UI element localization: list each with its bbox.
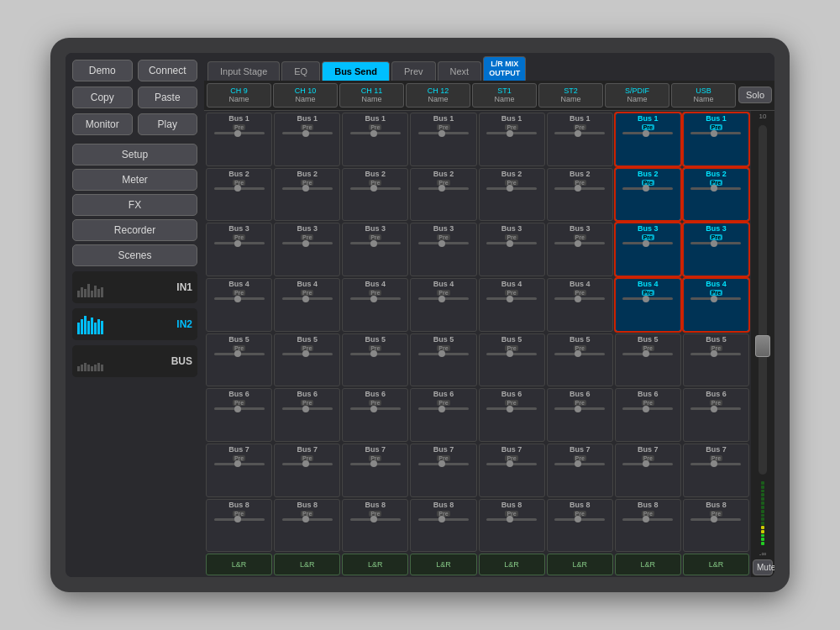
slider-thumb-2-5[interactable] — [507, 185, 513, 192]
pre-badge-3-3[interactable]: Pre — [369, 234, 381, 240]
bus-cell-1-ch2[interactable]: Bus 1Pre — [274, 113, 340, 166]
slider-thumb-6-6[interactable] — [575, 406, 581, 412]
bus-slider-6-7[interactable] — [622, 407, 673, 410]
slider-thumb-3-4[interactable] — [438, 240, 445, 247]
ch-header-ch10[interactable]: CH 10Name — [273, 83, 338, 108]
bus-cell-3-ch8[interactable]: Bus 3Pre — [683, 223, 749, 276]
slider-thumb-6-4[interactable] — [438, 406, 445, 412]
bus-cell-3-ch5[interactable]: Bus 3Pre — [479, 223, 545, 276]
bus-cell-5-ch7[interactable]: Bus 5Pre — [615, 333, 681, 387]
bus-cell-4-ch4[interactable]: Bus 4Pre — [410, 278, 476, 332]
pre-badge-3-2[interactable]: Pre — [301, 234, 313, 240]
bus-slider-8-6[interactable] — [554, 518, 605, 521]
monitor-button[interactable]: Monitor — [72, 113, 133, 135]
bus-cell-1-ch1[interactable]: Bus 1Pre — [206, 113, 272, 166]
tab-next[interactable]: Next — [438, 61, 482, 81]
slider-thumb-1-8[interactable] — [711, 130, 717, 137]
bus-slider-7-3[interactable] — [350, 463, 401, 465]
slider-thumb-7-3[interactable] — [370, 460, 377, 467]
bus-slider-2-6[interactable] — [554, 187, 605, 190]
recorder-button[interactable]: Recorder — [72, 219, 197, 241]
bus-slider-6-4[interactable] — [418, 407, 469, 410]
bus-slider-4-5[interactable] — [486, 297, 537, 300]
lr-cell-ch7[interactable]: L&R — [615, 554, 681, 575]
slider-thumb-6-3[interactable] — [370, 406, 377, 412]
bus-cell-6-ch7[interactable]: Bus 6Pre — [615, 388, 681, 442]
slider-thumb-8-4[interactable] — [438, 516, 445, 522]
bus-slider-7-4[interactable] — [418, 463, 469, 465]
ch-header-ch12[interactable]: CH 12Name — [406, 83, 470, 108]
bus-slider-5-7[interactable] — [622, 353, 673, 355]
pre-badge-1-6[interactable]: Pre — [574, 124, 586, 130]
pre-badge-1-8[interactable]: Pre — [710, 124, 722, 130]
solo-button[interactable]: Solo — [738, 87, 772, 103]
bus-slider-5-5[interactable] — [486, 353, 537, 355]
pre-badge-3-8[interactable]: Pre — [710, 234, 722, 240]
bus-cell-5-ch2[interactable]: Bus 5Pre — [274, 333, 340, 387]
bus-slider-3-1[interactable] — [214, 242, 265, 244]
bus-slider-1-3[interactable] — [350, 132, 401, 134]
bus-slider-4-7[interactable] — [622, 297, 673, 300]
bus-slider-4-2[interactable] — [282, 297, 333, 300]
slider-thumb-7-2[interactable] — [302, 460, 309, 467]
scenes-button[interactable]: Scenes — [72, 244, 197, 266]
bus-slider-8-5[interactable] — [486, 518, 537, 521]
slider-thumb-8-2[interactable] — [302, 516, 309, 522]
ch-header-st1[interactable]: ST1Name — [472, 83, 537, 108]
pre-badge-6-1[interactable]: Pre — [233, 400, 245, 406]
bus-slider-1-4[interactable] — [418, 132, 469, 134]
bus-slider-7-2[interactable] — [282, 463, 333, 465]
bus-cell-1-ch5[interactable]: Bus 1Pre — [479, 113, 545, 166]
bus-slider-8-4[interactable] — [418, 518, 469, 521]
pre-badge-1-7[interactable]: Pre — [642, 124, 654, 130]
slider-thumb-4-7[interactable] — [643, 296, 649, 302]
fx-button[interactable]: FX — [72, 194, 197, 216]
slider-thumb-2-7[interactable] — [643, 185, 649, 192]
slider-thumb-3-2[interactable] — [302, 240, 309, 247]
bus-slider-3-6[interactable] — [554, 242, 605, 244]
pre-badge-6-4[interactable]: Pre — [437, 400, 449, 406]
bus-cell-2-ch5[interactable]: Bus 2Pre — [479, 168, 545, 222]
bus-cell-7-ch3[interactable]: Bus 7Pre — [342, 444, 408, 497]
bus-cell-5-ch8[interactable]: Bus 5Pre — [683, 333, 749, 387]
slider-thumb-1-1[interactable] — [234, 130, 241, 137]
bus-slider-6-8[interactable] — [690, 407, 741, 410]
slider-thumb-7-7[interactable] — [643, 460, 649, 467]
bus-cell-8-ch5[interactable]: Bus 8Pre — [479, 499, 545, 553]
slider-thumb-4-5[interactable] — [507, 296, 513, 302]
bus-cell-4-ch6[interactable]: Bus 4Pre — [547, 278, 613, 332]
pre-badge-4-3[interactable]: Pre — [369, 290, 381, 296]
bus-cell-5-ch1[interactable]: Bus 5Pre — [206, 333, 272, 387]
bus-slider-6-6[interactable] — [554, 407, 605, 410]
pre-badge-4-8[interactable]: Pre — [710, 290, 722, 296]
bus-cell-6-ch5[interactable]: Bus 6Pre — [479, 388, 545, 442]
bus-cell-3-ch6[interactable]: Bus 3Pre — [547, 223, 613, 276]
slider-thumb-6-8[interactable] — [711, 406, 717, 412]
slider-thumb-2-2[interactable] — [302, 185, 309, 192]
bus-slider-1-6[interactable] — [554, 132, 605, 134]
pre-badge-1-1[interactable]: Pre — [233, 124, 245, 130]
bus-cell-7-ch7[interactable]: Bus 7Pre — [615, 444, 681, 497]
slider-thumb-7-1[interactable] — [234, 460, 241, 467]
bus-slider-7-8[interactable] — [690, 463, 741, 465]
slider-thumb-6-1[interactable] — [234, 406, 241, 412]
bus-slider-7-5[interactable] — [486, 463, 537, 465]
bus-cell-2-ch6[interactable]: Bus 2Pre — [547, 168, 613, 222]
slider-thumb-8-7[interactable] — [643, 516, 649, 522]
slider-thumb-7-8[interactable] — [711, 460, 717, 467]
ch-header-ch11[interactable]: CH 11Name — [339, 83, 404, 108]
pre-badge-4-5[interactable]: Pre — [505, 290, 517, 296]
ch-header-st2[interactable]: ST2Name — [538, 83, 603, 108]
slider-thumb-3-5[interactable] — [507, 240, 513, 247]
slider-thumb-5-8[interactable] — [711, 350, 717, 357]
bus-slider-1-8[interactable] — [690, 132, 741, 134]
slider-thumb-3-3[interactable] — [370, 240, 377, 247]
bus-cell-5-ch3[interactable]: Bus 5Pre — [342, 333, 408, 387]
bus-slider-5-2[interactable] — [282, 353, 333, 355]
bus-cell-7-ch2[interactable]: Bus 7Pre — [274, 444, 340, 497]
bus-slider-3-4[interactable] — [418, 242, 469, 244]
bus-cell-4-ch1[interactable]: Bus 4Pre — [206, 278, 272, 332]
bus-cell-2-ch3[interactable]: Bus 2Pre — [342, 168, 408, 222]
bus-cell-6-ch6[interactable]: Bus 6Pre — [547, 388, 613, 442]
pre-badge-8-7[interactable]: Pre — [642, 511, 654, 517]
